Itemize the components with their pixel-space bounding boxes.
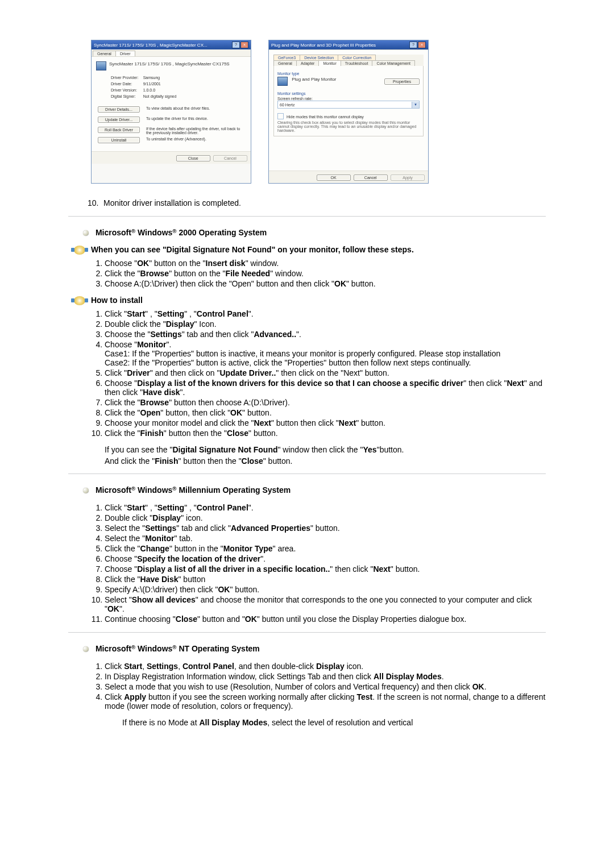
divider <box>68 216 546 217</box>
properties-button[interactable]: Properties <box>384 78 420 85</box>
cancel-button: Cancel <box>213 155 247 161</box>
device-name: SyncMaster 171S/ 175S/ 170S , MagicSyncM… <box>109 61 230 70</box>
cancel-button2[interactable]: Cancel <box>354 175 388 181</box>
details-desc: To view details about the driver files. <box>146 106 245 115</box>
uninstall-desc: To uninstall the driver (Advanced). <box>146 136 245 146</box>
hide-modes-desc: Clearing this check box allows you to se… <box>277 121 420 132</box>
section-nt-heading: Microsoft® Windows® NT Operating System <box>83 644 546 653</box>
monitor-icon <box>277 77 288 86</box>
monitor-type-value: Plug and Play Monitor <box>292 77 336 82</box>
chevron-down-icon: ▼ <box>412 102 419 108</box>
tab-color-mgmt[interactable]: Color Management <box>372 60 415 66</box>
tab-adapter[interactable]: Adapter <box>296 60 320 66</box>
dialog2-window-buttons: ?× <box>409 41 426 48</box>
case2: Case2: If the "Properties" button is act… <box>105 358 546 367</box>
help-icon[interactable]: ? <box>409 41 417 48</box>
post-note: If you can see the "Digital Signature No… <box>105 445 546 466</box>
dialog2-title: Plug and Play Monitor and 3D Prophet III… <box>271 43 376 48</box>
rollback-desc: If the device fails after updating the d… <box>146 126 245 135</box>
hide-modes-label: Hide modes that this monitor cannot disp… <box>287 115 364 119</box>
monitor-icon <box>96 61 106 70</box>
driver-info-table: Driver Provider:Samsung Driver Date:9/11… <box>110 74 181 100</box>
sub-dig-sig: When you can see "Digital Signature Not … <box>68 245 546 255</box>
update-desc: To update the driver for this device. <box>146 116 245 125</box>
close-icon[interactable]: × <box>240 41 248 48</box>
refresh-rate-dropdown[interactable]: 60 Hertz ▼ <box>277 101 420 109</box>
help-icon[interactable]: ? <box>232 41 240 48</box>
tab-geforce[interactable]: GeForce3 <box>273 55 300 60</box>
bullet-icon <box>83 230 89 236</box>
section-2000-heading: Microsoft® Windows® 2000 Operating Syste… <box>83 228 546 237</box>
close-icon[interactable]: × <box>418 41 426 48</box>
tab-color-correction[interactable]: Color Correction <box>338 55 376 60</box>
tab-device-selection[interactable]: Device Selection <box>300 55 338 60</box>
sub-howto: How to install <box>68 296 546 305</box>
case1: Case1: If the "Properties" button is ina… <box>105 349 546 358</box>
dialog2-titlebar: Plug and Play Monitor and 3D Prophet III… <box>269 40 428 49</box>
step10-list: Monitor driver installation is completed… <box>68 198 546 208</box>
tab-troubleshoot[interactable]: Troubleshoot <box>341 60 373 66</box>
tab-general2[interactable]: General <box>273 60 297 66</box>
monitor-settings-label: Monitor settings <box>277 92 420 95</box>
marker-icon <box>74 246 85 255</box>
divider <box>68 632 546 633</box>
section-me-heading: Microsoft® Windows® Millennium Operating… <box>83 485 546 495</box>
nt-trailing-note: If there is no Mode at All Display Modes… <box>122 718 546 727</box>
bullet-icon <box>83 488 89 493</box>
tab-general[interactable]: General <box>93 51 116 56</box>
dialog1-tabs: General Driver <box>92 49 251 56</box>
tab-driver[interactable]: Driver <box>115 51 135 56</box>
refresh-rate-label: Screen refresh rate: <box>277 97 420 101</box>
ok-button[interactable]: OK <box>317 175 351 181</box>
driver-details-button[interactable]: Driver Details... <box>98 106 140 113</box>
screenshot-row: SyncMaster 171S/ 175S/ 170S , MagicSyncM… <box>91 40 546 184</box>
howto-steps: Click "Start" , "Setting" , "Control Pan… <box>68 309 546 438</box>
rollback-driver-button[interactable]: Roll Back Driver <box>98 127 140 133</box>
digsig-steps: Choose "OK" button on the "Insert disk" … <box>68 258 546 289</box>
dialog-display-properties: Plug and Play Monitor and 3D Prophet III… <box>268 40 429 184</box>
marker-icon <box>74 296 85 305</box>
bullet-icon <box>83 646 89 652</box>
dialog1-titlebar: SyncMaster 171S/ 175S/ 170S , MagicSyncM… <box>92 40 251 49</box>
step-10: Monitor driver installation is completed… <box>88 198 546 208</box>
dialog1-title: SyncMaster 171S/ 175S/ 170S , MagicSyncM… <box>94 43 208 48</box>
nt-steps: Click Start, Settings, Control Panel, an… <box>68 661 546 711</box>
dialog1-window-buttons: ?× <box>231 41 248 48</box>
dialog-driver-properties: SyncMaster 171S/ 175S/ 170S , MagicSyncM… <box>91 40 251 184</box>
apply-button: Apply <box>391 175 425 181</box>
close-button[interactable]: Close <box>176 155 210 161</box>
hide-modes-checkbox[interactable] <box>277 113 284 119</box>
divider <box>68 474 546 474</box>
tab-monitor[interactable]: Monitor <box>318 60 341 66</box>
update-driver-button[interactable]: Update Driver... <box>98 117 140 123</box>
uninstall-button[interactable]: Uninstall <box>98 137 140 143</box>
monitor-type-label: Monitor type <box>277 72 420 76</box>
me-steps: Click "Start" , "Setting" , "Control Pan… <box>68 502 546 624</box>
